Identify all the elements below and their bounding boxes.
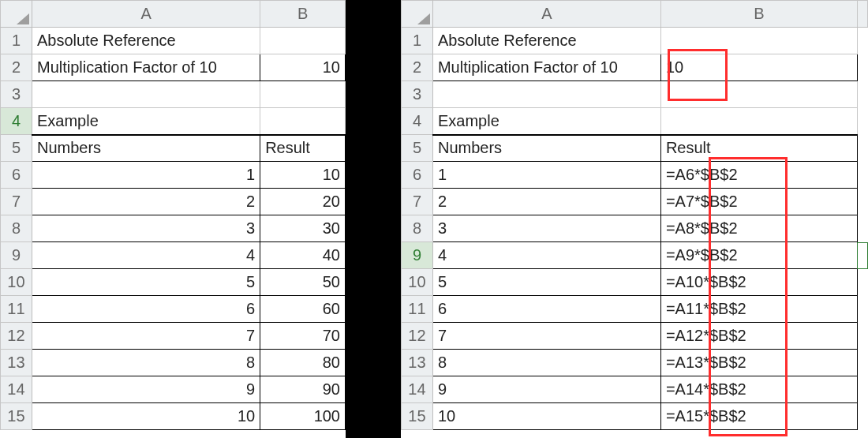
cell-b15[interactable]: 100 [260,403,346,430]
row-header-7[interactable]: 7 [402,189,433,215]
cell-b3[interactable] [660,81,857,108]
cell-a9[interactable]: 4 [432,242,660,269]
row-header-14[interactable]: 14 [1,376,32,403]
row-header-1[interactable]: 1 [402,28,433,54]
cell-a3[interactable] [432,81,660,108]
row-header-5[interactable]: 5 [1,135,32,162]
cell-c4[interactable] [857,108,867,135]
cell-b12[interactable]: 70 [260,323,346,350]
cell-b5[interactable]: Result [260,135,346,162]
cell-a8[interactable]: 3 [432,215,660,242]
row-header-6[interactable]: 6 [402,162,433,189]
cell-b4[interactable] [260,108,346,135]
cell-b7[interactable]: =A7*$B$2 [660,189,857,215]
cell-b1[interactable] [660,28,857,54]
row-header-5[interactable]: 5 [402,135,433,162]
row-header-8[interactable]: 8 [402,215,433,242]
row-header-3[interactable]: 3 [402,81,433,108]
row-header-15[interactable]: 15 [1,403,32,430]
cell-b7[interactable]: 20 [260,189,346,215]
row-header-9[interactable]: 9 [1,242,32,269]
row-header-15[interactable]: 15 [402,403,433,430]
cell-b11[interactable]: =A11*$B$2 [660,296,857,323]
cell-a3[interactable] [32,81,260,108]
cell-b14[interactable]: 90 [260,376,346,403]
cell-c9[interactable] [857,242,867,269]
cell-b13[interactable]: 80 [260,350,346,376]
cell-a7[interactable]: 2 [32,189,260,215]
cell-a10[interactable]: 5 [32,269,260,296]
cell-a12[interactable]: 7 [32,323,260,350]
cell-c1[interactable] [857,28,867,54]
row-header-7[interactable]: 7 [1,189,32,215]
row-header-2[interactable]: 2 [1,54,32,81]
row-header-11[interactable]: 11 [402,296,433,323]
cell-b8[interactable]: 30 [260,215,346,242]
col-header-b[interactable]: B [660,1,857,28]
cell-a5[interactable]: Numbers [432,135,660,162]
cell-a8[interactable]: 3 [32,215,260,242]
row-header-6[interactable]: 6 [1,162,32,189]
cell-c10[interactable] [857,269,867,296]
row-header-13[interactable]: 13 [1,350,32,376]
cell-a4[interactable]: Example [432,108,660,135]
row-header-12[interactable]: 12 [402,323,433,350]
cell-c13[interactable] [857,350,867,376]
cell-a14[interactable]: 9 [32,376,260,403]
cell-a11[interactable]: 6 [432,296,660,323]
select-all-corner[interactable] [402,1,433,28]
cell-a14[interactable]: 9 [432,376,660,403]
row-header-12[interactable]: 12 [1,323,32,350]
cell-a4[interactable]: Example [32,108,260,135]
cell-b8[interactable]: =A8*$B$2 [660,215,857,242]
cell-b9[interactable]: 40 [260,242,346,269]
cell-a9[interactable]: 4 [32,242,260,269]
cell-c12[interactable] [857,323,867,350]
cell-a1[interactable]: Absolute Reference [432,28,660,54]
row-header-1[interactable]: 1 [1,28,32,54]
cell-b2[interactable]: 10 [260,54,346,81]
cell-b3[interactable] [260,81,346,108]
row-header-3[interactable]: 3 [1,81,32,108]
cell-c8[interactable] [857,215,867,242]
cell-c3[interactable] [857,81,867,108]
col-header-a[interactable]: A [432,1,660,28]
cell-b6[interactable]: =A6*$B$2 [660,162,857,189]
cell-b6[interactable]: 10 [260,162,346,189]
cell-b10[interactable]: 50 [260,269,346,296]
cell-c11[interactable] [857,296,867,323]
cell-a7[interactable]: 2 [432,189,660,215]
cell-a1[interactable]: Absolute Reference [32,28,260,54]
col-header-c[interactable] [857,1,867,28]
row-header-13[interactable]: 13 [402,350,433,376]
col-header-a[interactable]: A [32,1,260,28]
row-header-9[interactable]: 9 [402,242,433,269]
cell-c14[interactable] [857,376,867,403]
cell-b4[interactable] [660,108,857,135]
row-header-10[interactable]: 10 [402,269,433,296]
cell-b2[interactable]: 10 [660,54,857,81]
cell-a5[interactable]: Numbers [32,135,260,162]
col-header-b[interactable]: B [260,1,346,28]
cell-b9[interactable]: =A9*$B$2 [660,242,857,269]
cell-a6[interactable]: 1 [32,162,260,189]
row-header-4[interactable]: 4 [402,108,433,135]
row-header-11[interactable]: 11 [1,296,32,323]
cell-c2[interactable] [857,54,867,81]
row-header-4[interactable]: 4 [1,108,32,135]
cell-b11[interactable]: 60 [260,296,346,323]
cell-c6[interactable] [857,162,867,189]
cell-a2[interactable]: Multiplication Factor of 10 [432,54,660,81]
cell-b10[interactable]: =A10*$B$2 [660,269,857,296]
cell-c5[interactable] [857,135,867,162]
row-header-2[interactable]: 2 [402,54,433,81]
cell-a15[interactable]: 10 [32,403,260,430]
cell-a15[interactable]: 10 [432,403,660,430]
cell-b15[interactable]: =A15*$B$2 [660,403,857,430]
select-all-corner[interactable] [1,1,32,28]
cell-a2[interactable]: Multiplication Factor of 10 [32,54,260,81]
cell-a13[interactable]: 8 [432,350,660,376]
cell-b1[interactable] [260,28,346,54]
cell-c15[interactable] [857,403,867,430]
cell-a11[interactable]: 6 [32,296,260,323]
